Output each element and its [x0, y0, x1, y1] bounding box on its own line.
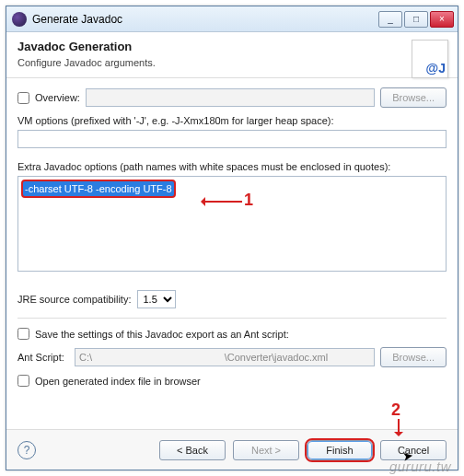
maximize-button[interactable]: □ — [404, 11, 428, 28]
vm-options-label: VM options (prefixed with '-J', e.g. -J-… — [17, 115, 447, 126]
dialog-header: Javadoc Generation Configure Javadoc arg… — [6, 32, 458, 78]
vm-options-field[interactable] — [17, 130, 447, 148]
open-index-label: Open generated index file in browser — [35, 376, 201, 387]
extra-options-field[interactable]: -charset UTF-8 -encoding UTF-8 — [17, 176, 447, 272]
save-ant-checkbox[interactable] — [17, 328, 29, 340]
page-subtitle: Configure Javadoc arguments. — [17, 57, 447, 68]
annotation-arrow-1 — [202, 201, 242, 203]
titlebar[interactable]: Generate Javadoc _ □ × — [6, 6, 458, 32]
dialog-window: Generate Javadoc _ □ × Javadoc Generatio… — [6, 6, 458, 470]
overview-field[interactable] — [86, 88, 375, 107]
open-index-checkbox[interactable] — [17, 375, 29, 387]
annotation-2: 2 — [391, 401, 400, 420]
extra-options-value: -charset UTF-8 -encoding UTF-8 — [21, 180, 176, 198]
javadoc-icon — [412, 40, 448, 78]
next-button: Next > — [233, 440, 299, 460]
annotation-arrow-2 — [398, 419, 400, 435]
ant-script-label: Ant Script: — [17, 352, 69, 363]
finish-button[interactable]: Finish — [307, 440, 373, 460]
minimize-button[interactable]: _ — [378, 11, 402, 28]
save-ant-label: Save the settings of this Javadoc export… — [35, 329, 289, 340]
back-button[interactable]: < Back — [159, 440, 226, 460]
ant-browse-button[interactable]: Browse... — [380, 347, 447, 367]
window-title: Generate Javadoc — [32, 13, 378, 26]
watermark: gururu.tw — [389, 459, 451, 474]
overview-browse-button[interactable]: Browse... — [380, 87, 447, 108]
eclipse-icon — [12, 12, 27, 27]
jre-compat-select[interactable]: 1.5 — [137, 290, 176, 308]
close-button[interactable]: × — [430, 11, 454, 28]
overview-label: Overview: — [35, 92, 80, 103]
extra-options-label: Extra Javadoc options (path names with w… — [17, 161, 447, 172]
jre-compat-label: JRE source compatibility: — [17, 294, 132, 305]
overview-checkbox[interactable] — [17, 92, 29, 104]
help-button[interactable]: ? — [17, 441, 36, 459]
page-title: Javadoc Generation — [17, 40, 447, 53]
ant-script-field[interactable] — [75, 348, 375, 366]
dialog-body: Overview: Browse... VM options (prefixed… — [6, 78, 458, 403]
